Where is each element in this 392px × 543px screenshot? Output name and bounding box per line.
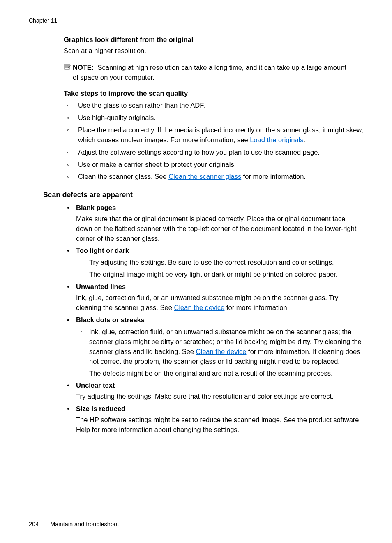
list-item: Clean the scanner glass. See Clean the s… [64,172,363,182]
item-heading-unclear: Unclear text [76,381,115,389]
list-item: Size is reduced The HP software settings… [64,404,363,435]
improve-list: Use the glass to scan rather than the AD… [64,101,363,182]
item-heading-blank: Blank pages [76,204,116,211]
inner-list: Ink, glue, correction fluid, or an unwan… [76,327,363,379]
item-body: Ink, glue, correction fluid, or an unwan… [76,293,363,313]
section-title-improve: Take steps to improve the scan quality [64,89,363,99]
list-item: Place the media correctly. If the media … [64,125,363,145]
item-heading-size: Size is reduced [76,405,125,412]
list-item: Unwanted lines Ink, glue, correction flu… [64,282,363,313]
item-heading-black: Black dots or streaks [76,316,145,323]
inner-list: Try adjusting the settings. Be sure to u… [76,258,363,280]
section-text-graphics: Scan at a higher resolution. [64,46,363,56]
list-item: The original image might be very light o… [76,270,363,280]
list-item: Adjust the software settings according t… [64,148,363,157]
list-item: Try adjusting the settings. Be sure to u… [76,258,363,268]
item-heading-unwanted: Unwanted lines [76,283,126,290]
item-body: The HP software settings might be set to… [76,415,363,435]
list-item: Unclear text Try adjusting the settings.… [64,381,363,402]
text: for more information. [241,173,306,180]
section-title-graphics: Graphics look different from the origina… [64,35,363,45]
link-clean-device[interactable]: Clean the device [174,304,225,311]
list-item: Use the glass to scan rather than the AD… [64,101,363,111]
note-icon [64,63,71,73]
text: for more information. [224,304,289,311]
link-load-originals[interactable]: Load the originals [250,136,303,143]
note-label: NOTE: [73,64,94,71]
list-item: Black dots or streaks Ink, glue, correct… [64,315,363,379]
heading-scan-defects: Scan defects are apparent [43,190,363,200]
text: . [303,136,305,143]
item-body: Try adjusting the settings. Make sure th… [76,392,363,402]
text: Clean the scanner glass. See [78,173,168,180]
defects-list: Blank pages Make sure that the original … [64,203,363,435]
item-heading-light: Too light or dark [76,247,129,254]
list-item: The defects might be on the original and… [76,369,363,379]
link-clean-scanner-glass[interactable]: Clean the scanner glass [168,173,241,180]
list-item: Use or make a carrier sheet to protect y… [64,160,363,170]
note-text: NOTE: Scanning at high resolution can ta… [64,63,349,83]
list-item: Blank pages Make sure that the original … [64,203,363,244]
list-item: Too light or dark Try adjusting the sett… [64,246,363,280]
item-body: Make sure that the original document is … [76,214,363,244]
list-item: Ink, glue, correction fluid, or an unwan… [76,327,363,367]
link-clean-device[interactable]: Clean the device [196,348,247,355]
note-body: Scanning at high resolution can take a l… [73,64,346,81]
list-item: Use high-quality originals. [64,113,363,123]
text: Place the media correctly. If the media … [78,126,363,143]
chapter-label: Chapter 11 [29,16,363,25]
note-box: NOTE: Scanning at high resolution can ta… [64,60,349,85]
